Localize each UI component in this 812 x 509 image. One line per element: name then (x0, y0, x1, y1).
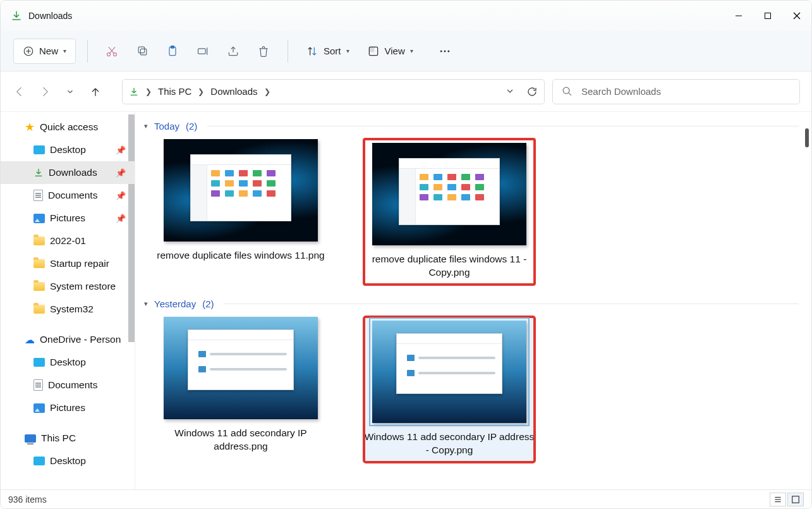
sidebar-item-od-documents[interactable]: Documents (1, 374, 135, 396)
chevron-down-icon: ▾ (144, 300, 148, 308)
file-name: Windows 11 add secondary IP address.png (155, 427, 326, 453)
file-item[interactable]: remove duplicate files windows 11 - Copy… (364, 139, 535, 285)
svg-rect-14 (171, 46, 174, 47)
document-icon (33, 379, 43, 391)
sidebar-item-od-desktop[interactable]: Desktop (1, 351, 135, 374)
svg-line-9 (110, 47, 115, 53)
chevron-right-icon: ❯ (198, 87, 204, 96)
group-header-yesterday[interactable]: ▾ Yesterday (2) (140, 298, 811, 309)
file-item[interactable]: Windows 11 add secondary IP address - Co… (364, 317, 535, 462)
details-view-button[interactable] (770, 493, 786, 506)
cloud-icon: ☁ (25, 334, 35, 346)
sidebar-item-pc-desktop[interactable]: Desktop (1, 450, 135, 472)
svg-point-20 (440, 50, 442, 52)
sidebar-item-quick-access[interactable]: ★Quick access (1, 116, 135, 138)
sidebar-item-pictures[interactable]: Pictures📌 (1, 207, 135, 230)
pin-icon: 📌 (116, 168, 126, 178)
delete-button[interactable] (251, 39, 276, 64)
new-button[interactable]: New ▾ (13, 39, 76, 64)
paste-button[interactable] (160, 39, 185, 64)
thumbnails-view-button[interactable] (787, 493, 804, 506)
copy-button[interactable] (130, 39, 155, 64)
chevron-down-icon: ▾ (63, 47, 66, 54)
sidebar-item-downloads[interactable]: Downloads📌 (1, 161, 135, 184)
group-label: Today (154, 121, 179, 132)
svg-rect-11 (140, 49, 147, 55)
group-header-today[interactable]: ▾ Today (2) (140, 121, 811, 132)
nav-row: ❯ This PC ❯ Downloads ❯ Search Downloads (1, 71, 811, 112)
chevron-down-icon: ▾ (410, 47, 413, 54)
document-icon (33, 190, 43, 201)
sort-button[interactable]: Sort ▾ (300, 39, 356, 64)
sidebar-item-folder[interactable]: System32 (1, 298, 135, 321)
svg-line-10 (109, 47, 114, 53)
history-dropdown[interactable] (505, 86, 515, 97)
search-placeholder: Search Downloads (581, 86, 661, 97)
sidebar-item-desktop[interactable]: Desktop📌 (1, 138, 135, 161)
search-input[interactable]: Search Downloads (552, 79, 800, 104)
sidebar-item-folder[interactable]: System restore (1, 275, 135, 298)
status-bar: 936 items (1, 489, 811, 508)
item-count: 936 items (8, 494, 47, 505)
more-button[interactable] (432, 39, 458, 64)
command-bar: New ▾ Sort ▾ View ▾ (1, 31, 811, 71)
maximize-button[interactable] (753, 6, 782, 26)
sidebar-item-documents[interactable]: Documents📌 (1, 184, 135, 207)
rename-button[interactable] (190, 39, 215, 64)
breadcrumb-root[interactable]: This PC (158, 86, 191, 97)
desktop-icon (33, 457, 45, 465)
recent-locations-button[interactable] (64, 85, 76, 98)
window-controls (724, 6, 811, 26)
cut-button[interactable] (99, 39, 124, 64)
sidebar-label: Documents (48, 379, 97, 391)
file-name: Windows 11 add secondary IP address - Co… (364, 431, 535, 457)
sidebar-item-od-pictures[interactable]: Pictures (1, 396, 135, 419)
ellipsis-icon (439, 45, 451, 58)
main-area: ★Quick access Desktop📌 Downloads📌 Docume… (1, 112, 811, 491)
content-scrollbar[interactable] (805, 128, 809, 147)
sidebar-item-folder[interactable]: 2022-01 (1, 230, 135, 252)
title-bar: Downloads (1, 1, 811, 31)
svg-point-22 (447, 50, 449, 52)
svg-rect-15 (198, 48, 206, 53)
svg-rect-12 (138, 47, 145, 53)
chevron-right-icon: ❯ (264, 87, 270, 96)
back-button[interactable] (13, 85, 26, 98)
minimize-button[interactable] (724, 6, 753, 26)
sort-icon (306, 45, 318, 58)
refresh-button[interactable] (526, 86, 538, 97)
sidebar-label: System32 (50, 304, 94, 315)
sidebar-label: Desktop (50, 144, 86, 156)
star-icon: ★ (25, 120, 35, 134)
file-thumbnail (372, 321, 526, 423)
view-icon (367, 45, 380, 58)
breadcrumb-current[interactable]: Downloads (210, 86, 257, 97)
svg-point-21 (444, 50, 445, 52)
downloads-icon (11, 10, 22, 21)
sidebar-label: Documents (48, 190, 97, 201)
sidebar-label: Startup repair (50, 258, 109, 269)
sidebar-label: Desktop (50, 357, 86, 368)
file-item[interactable]: remove duplicate files windows 11.png (155, 139, 326, 285)
sidebar-item-this-pc[interactable]: This PC (1, 427, 135, 450)
file-list-pane: ▾ Today (2) remove duplicate files windo… (135, 112, 811, 491)
downloads-icon (33, 168, 44, 178)
group-count: (2) (202, 298, 214, 309)
forward-button[interactable] (39, 85, 51, 98)
sidebar-item-folder[interactable]: Startup repair (1, 252, 135, 275)
sort-label: Sort (324, 46, 341, 56)
file-thumbnail (164, 317, 318, 419)
search-icon (562, 86, 573, 97)
desktop-icon (33, 358, 45, 367)
file-item[interactable]: Windows 11 add secondary IP address.png (155, 317, 326, 462)
close-button[interactable] (782, 6, 811, 26)
address-bar[interactable]: ❯ This PC ❯ Downloads ❯ (122, 79, 545, 104)
up-button[interactable] (89, 85, 102, 98)
view-button[interactable]: View ▾ (361, 39, 420, 64)
location-icon (129, 87, 139, 97)
sidebar-label: This PC (41, 432, 76, 444)
sidebar-item-onedrive[interactable]: ☁OneDrive - Person (1, 328, 135, 351)
sidebar-label: Quick access (40, 121, 98, 133)
sidebar-label: OneDrive - Person (40, 334, 121, 345)
share-button[interactable] (221, 39, 246, 64)
